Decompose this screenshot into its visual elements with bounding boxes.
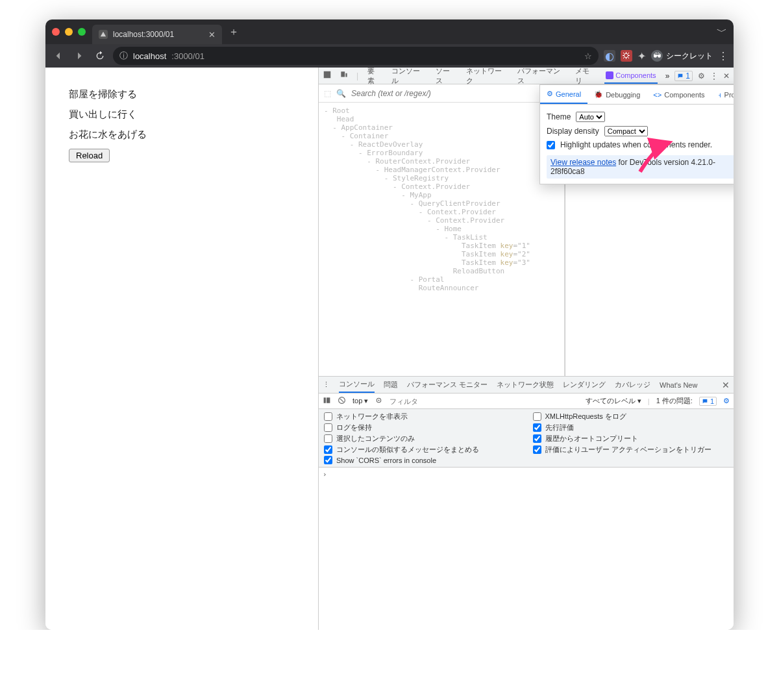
tree-node[interactable]: - MyApp <box>324 191 564 199</box>
option-checkbox[interactable] <box>324 434 332 443</box>
tree-node[interactable]: - Portal <box>324 275 564 284</box>
drawer-tab-rendering[interactable]: レンダリング <box>563 377 606 393</box>
tree-node[interactable]: - RouterContext.Provider <box>324 157 564 166</box>
console-option[interactable]: 評価によりユーザー アクティベーションをトリガー <box>533 445 729 455</box>
devtools-tab-sources[interactable]: ソース <box>434 68 457 84</box>
window-minimize[interactable] <box>65 28 73 36</box>
option-checkbox[interactable] <box>324 445 332 454</box>
drawer-tab-coverage[interactable]: カバレッジ <box>615 377 650 393</box>
clear-console-icon[interactable] <box>338 396 346 406</box>
drawer-menu-icon[interactable]: ⋮ <box>323 381 330 389</box>
drawer-tab-netcond[interactable]: ネットワーク状態 <box>497 377 554 393</box>
context-select[interactable]: top ▾ <box>352 397 368 405</box>
tree-node[interactable]: - Context.Provider <box>324 208 564 216</box>
drawer-tab-perfmon[interactable]: パフォーマンス モニター <box>407 377 488 393</box>
tree-node[interactable]: - Context.Provider <box>324 182 564 191</box>
option-checkbox[interactable] <box>533 412 541 421</box>
settings-icon[interactable]: ⚙ <box>698 71 705 81</box>
console-option[interactable]: 履歴からオートコンプリート <box>533 434 729 444</box>
drawer-close-icon[interactable]: ✕ <box>722 380 730 390</box>
log-level-select[interactable]: すべてのレベル ▾ <box>586 396 641 406</box>
devtools-tab-network[interactable]: ネットワーク <box>465 68 508 84</box>
settings-tab-general[interactable]: ⚙General <box>540 85 587 104</box>
device-toolbar-icon[interactable] <box>340 70 349 81</box>
window-zoom[interactable] <box>78 28 86 36</box>
back-button[interactable] <box>51 48 66 64</box>
tree-node[interactable]: RouteAnnouncer <box>324 284 564 292</box>
theme-select[interactable]: Auto <box>576 112 605 122</box>
tree-node[interactable]: - ReactDevOverlay <box>324 140 564 149</box>
overflow-icon[interactable]: » <box>665 71 670 81</box>
tabs-menu-icon[interactable]: ﹀ <box>717 25 727 39</box>
option-checkbox[interactable] <box>533 434 541 443</box>
console-option[interactable]: ログを保持 <box>324 423 520 432</box>
tree-node[interactable]: TaskItem key="2" <box>324 250 564 258</box>
tree-node[interactable]: - ErrorBoundary <box>324 149 564 157</box>
issues-count-badge[interactable]: 1 <box>699 397 717 406</box>
devtools-tab-console[interactable]: コンソール <box>390 68 427 84</box>
reload-button[interactable]: Reload <box>69 149 110 162</box>
release-notes-link[interactable]: View release notes <box>550 158 616 167</box>
highlight-updates-checkbox[interactable] <box>547 141 555 149</box>
browser-menu-icon[interactable]: ⋮ <box>718 50 728 62</box>
tree-node[interactable]: - Home <box>324 225 564 233</box>
console-option[interactable]: コンソールの類似するメッセージをまとめる <box>324 445 520 455</box>
tree-node[interactable]: - Container <box>324 132 564 140</box>
browser-tab[interactable]: localhost:3000/01 ✕ <box>92 25 222 44</box>
forward-button[interactable] <box>71 48 87 64</box>
tab-close-icon[interactable]: ✕ <box>208 30 216 40</box>
tree-node[interactable]: TaskItem key="1" <box>324 242 564 250</box>
profile-incognito[interactable]: 🕶 シークレット <box>651 50 713 62</box>
devtools-tab-performance[interactable]: パフォーマンス <box>516 68 566 84</box>
tree-node[interactable]: - TaskList <box>324 233 564 242</box>
devtools-tab-memory[interactable]: メモリ <box>574 68 597 84</box>
component-tree[interactable]: - Root Head - AppContainer - Container -… <box>319 103 564 376</box>
console-option[interactable]: 先行評価 <box>533 423 729 432</box>
tree-node[interactable]: - HeadManagerContext.Provider <box>324 166 564 174</box>
tree-node[interactable]: ReloadButton <box>324 267 564 275</box>
reload-button[interactable] <box>92 48 108 64</box>
issues-badge[interactable]: 1 <box>674 71 693 81</box>
console-option[interactable]: 選択したコンテンツのみ <box>324 434 520 444</box>
url-bar[interactable]: ⓘ localhost:3000/01 ☆ <box>113 47 599 65</box>
console-option[interactable]: Show `CORS` errors in console <box>324 456 520 464</box>
search-input[interactable] <box>351 89 559 98</box>
site-info-icon[interactable]: ⓘ <box>119 50 128 62</box>
settings-tab-debugging[interactable]: 🐞Debugging <box>587 85 647 104</box>
new-tab-button[interactable]: ＋ <box>229 25 239 39</box>
window-close[interactable] <box>52 28 60 36</box>
option-checkbox[interactable] <box>324 412 332 421</box>
option-checkbox[interactable] <box>533 445 541 454</box>
drawer-tab-whatsnew[interactable]: What's New <box>660 377 697 393</box>
component-picker-icon[interactable]: ⬚ <box>324 89 331 98</box>
settings-tab-components[interactable]: <>Components <box>647 85 711 104</box>
drawer-tab-issues[interactable]: 問題 <box>384 377 398 393</box>
tree-node[interactable]: - AppContainer <box>324 123 564 132</box>
extension-1-icon[interactable]: ◐ <box>604 50 615 62</box>
console-settings-icon[interactable]: ⚙ <box>723 397 730 405</box>
bookmark-icon[interactable]: ☆ <box>584 51 592 61</box>
option-checkbox[interactable] <box>324 456 332 464</box>
extension-2-icon[interactable]: ⛭ <box>621 50 632 62</box>
density-select[interactable]: Compact <box>604 126 648 136</box>
devtools-close-icon[interactable]: ✕ <box>723 71 730 81</box>
tree-node[interactable]: - Context.Provider <box>324 216 564 225</box>
devtools-tab-components[interactable]: Components <box>604 68 657 84</box>
option-checkbox[interactable] <box>324 423 332 432</box>
console-option[interactable] <box>533 456 729 464</box>
live-expression-icon[interactable] <box>375 396 383 406</box>
console-option[interactable]: XMLHttpRequests をログ <box>533 412 729 421</box>
console-filter-input[interactable] <box>390 397 578 405</box>
more-icon[interactable]: ⋮ <box>710 71 718 81</box>
console-option[interactable]: ネットワークを非表示 <box>324 412 520 421</box>
settings-tab-profiler[interactable]: ⫞Profiler <box>711 85 734 104</box>
devtools-tab-elements[interactable]: 要素 <box>366 68 382 84</box>
console-output[interactable]: › <box>319 468 734 630</box>
tree-node[interactable]: Head <box>324 115 564 123</box>
tree-node[interactable]: - StyleRegistry <box>324 174 564 182</box>
tree-node[interactable]: TaskItem key="3" <box>324 258 564 267</box>
tree-node[interactable]: - QueryClientProvider <box>324 199 564 208</box>
tree-node[interactable]: - Root <box>324 106 564 115</box>
drawer-tab-console[interactable]: コンソール <box>339 377 375 393</box>
console-sidebar-icon[interactable] <box>323 396 331 406</box>
